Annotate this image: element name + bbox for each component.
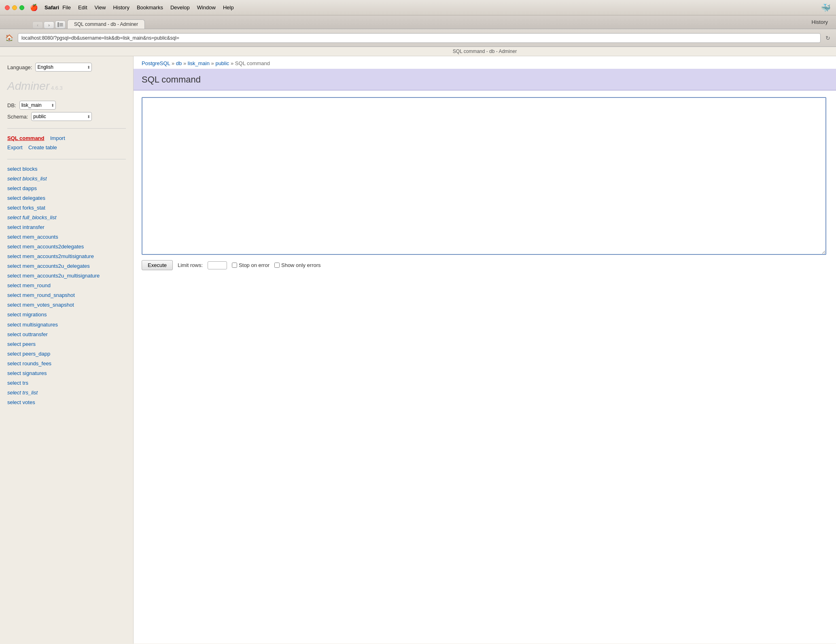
- table-item[interactable]: select trs: [7, 378, 126, 388]
- breadcrumb-sep-0: »: [172, 60, 176, 66]
- menu-bookmarks[interactable]: Bookmarks: [137, 4, 163, 11]
- adminer-title: Adminer: [7, 80, 49, 92]
- stop-on-error-checkbox[interactable]: [232, 263, 237, 268]
- sidebar: Language: English ⬍ Adminer 4.6.3 DB: li…: [0, 56, 134, 644]
- table-item[interactable]: select full_blocks_list: [7, 213, 126, 222]
- breadcrumb-sep-3: »: [231, 60, 235, 66]
- content-area: PostgreSQL » db » lisk_main » public » S…: [134, 56, 836, 644]
- menu-file[interactable]: File: [62, 4, 71, 11]
- adminer-brand: Adminer 4.6.3: [7, 80, 126, 93]
- table-item[interactable]: select rounds_fees: [7, 359, 126, 369]
- forward-button[interactable]: ›: [44, 21, 54, 29]
- table-item[interactable]: select peers: [7, 339, 126, 349]
- breadcrumb-sep-1: »: [183, 60, 188, 66]
- schema-label: Schema:: [7, 114, 28, 120]
- schema-row: Schema: public ⬍: [7, 112, 126, 121]
- table-item[interactable]: select intransfer: [7, 222, 126, 232]
- reload-button[interactable]: ↻: [824, 34, 832, 42]
- menu-develop[interactable]: Develop: [170, 4, 190, 11]
- table-item[interactable]: select mem_round_snapshot: [7, 290, 126, 300]
- execute-row: Execute Limit rows: Stop on error Show o…: [142, 260, 828, 270]
- table-item[interactable]: select trs_list: [7, 388, 126, 398]
- table-list: select blocksselect blocks_listselect da…: [7, 164, 126, 407]
- svg-rect-3: [59, 25, 63, 26]
- home-button[interactable]: 🏠: [4, 33, 15, 43]
- history-label: History: [812, 19, 828, 25]
- table-item[interactable]: select delegates: [7, 193, 126, 203]
- table-item[interactable]: select votes: [7, 398, 126, 407]
- menu-help[interactable]: Help: [223, 4, 234, 11]
- table-item[interactable]: select mem_accounts2u_multisignature: [7, 271, 126, 281]
- page-title: SQL command - db - Adminer: [453, 49, 517, 54]
- breadcrumb-current: SQL command: [235, 60, 270, 66]
- content-title: SQL command: [142, 74, 201, 85]
- table-item[interactable]: select multisignatures: [7, 320, 126, 330]
- url-input[interactable]: [18, 33, 821, 43]
- table-item[interactable]: select signatures: [7, 369, 126, 378]
- addressbar: 🏠 ↻: [0, 29, 836, 47]
- schema-select-wrapper: public ⬍: [31, 112, 92, 121]
- table-item[interactable]: select blocks: [7, 164, 126, 174]
- table-item[interactable]: select forks_stat: [7, 203, 126, 213]
- table-item[interactable]: select mem_round: [7, 281, 126, 290]
- page-title-bar: SQL command - db - Adminer: [0, 47, 836, 56]
- table-item[interactable]: select blocks_list: [7, 174, 126, 184]
- language-label: Language:: [7, 64, 32, 70]
- main-layout: Language: English ⬍ Adminer 4.6.3 DB: li…: [0, 56, 836, 644]
- menu-window[interactable]: Window: [197, 4, 216, 11]
- stop-on-error-label[interactable]: Stop on error: [232, 262, 269, 268]
- app-name: Safari: [45, 4, 59, 11]
- create-table-link[interactable]: Create table: [28, 144, 57, 150]
- svg-rect-0: [57, 22, 59, 27]
- sql-textarea[interactable]: [142, 97, 826, 255]
- stop-on-error-text: Stop on error: [239, 262, 269, 268]
- docker-icon: 🐳: [820, 2, 831, 13]
- table-item[interactable]: select mem_votes_snapshot: [7, 300, 126, 310]
- table-item[interactable]: select outtransfer: [7, 330, 126, 339]
- limit-rows-input[interactable]: [208, 261, 227, 269]
- breadcrumb-sep-2: »: [211, 60, 216, 66]
- fullscreen-button[interactable]: [19, 5, 24, 10]
- language-select-wrapper: English ⬍: [35, 63, 92, 72]
- nav-divider: [7, 128, 126, 129]
- execute-button[interactable]: Execute: [142, 260, 173, 270]
- breadcrumb-public[interactable]: public: [215, 60, 229, 66]
- table-item[interactable]: select mem_accounts2delegates: [7, 242, 126, 252]
- import-link[interactable]: Import: [50, 135, 65, 141]
- db-select[interactable]: lisk_main: [19, 101, 56, 110]
- back-button[interactable]: ‹: [32, 21, 43, 29]
- menu-history[interactable]: History: [113, 4, 129, 11]
- sql-command-link[interactable]: SQL command: [7, 135, 45, 141]
- browser-tab[interactable]: SQL command - db - Adminer: [67, 19, 145, 29]
- menu-edit[interactable]: Edit: [78, 4, 87, 11]
- sidebar-toggle-button[interactable]: [55, 21, 66, 29]
- table-item[interactable]: select mem_accounts: [7, 232, 126, 242]
- breadcrumb-lisk-main[interactable]: lisk_main: [188, 60, 210, 66]
- minimize-button[interactable]: [12, 5, 17, 10]
- close-button[interactable]: [5, 5, 10, 10]
- content-header: SQL command: [134, 69, 836, 91]
- tab-label: SQL command - db - Adminer: [74, 21, 138, 27]
- table-item[interactable]: select migrations: [7, 310, 126, 320]
- limit-rows-label: Limit rows:: [178, 262, 203, 268]
- breadcrumb-postgresql[interactable]: PostgreSQL: [142, 60, 170, 66]
- breadcrumb-db[interactable]: db: [176, 60, 182, 66]
- svg-rect-1: [59, 23, 63, 24]
- export-link[interactable]: Export: [7, 144, 23, 150]
- show-only-errors-label[interactable]: Show only errors: [274, 262, 321, 268]
- table-item[interactable]: select mem_accounts2multisignature: [7, 252, 126, 261]
- menu-view[interactable]: View: [95, 4, 106, 11]
- schema-select[interactable]: public: [31, 112, 92, 121]
- language-select[interactable]: English: [35, 63, 92, 72]
- db-row: DB: lisk_main ⬍: [7, 101, 126, 110]
- menu-bar: File Edit View History Bookmarks Develop…: [62, 4, 234, 11]
- db-label: DB:: [7, 102, 16, 108]
- breadcrumb: PostgreSQL » db » lisk_main » public » S…: [134, 56, 836, 69]
- db-select-wrapper: lisk_main ⬍: [19, 101, 56, 110]
- table-item[interactable]: select peers_dapp: [7, 349, 126, 359]
- show-only-errors-checkbox[interactable]: [274, 263, 280, 268]
- table-item[interactable]: select dapps: [7, 184, 126, 193]
- table-item[interactable]: select mem_accounts2u_delegates: [7, 261, 126, 271]
- tabbar: ‹ › SQL command - db - Adminer History: [0, 15, 836, 29]
- history-tab-item[interactable]: History: [812, 15, 828, 29]
